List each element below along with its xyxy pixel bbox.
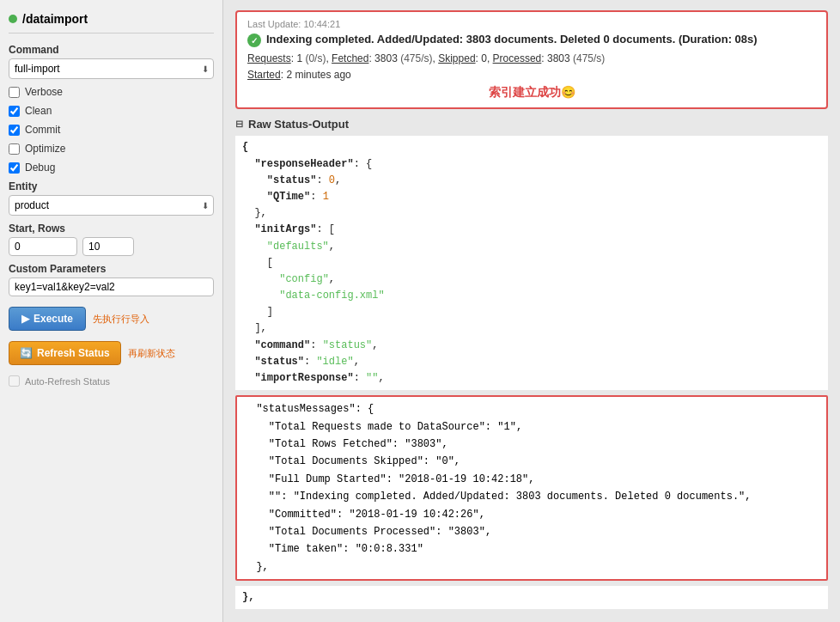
execute-icon: ▶ [21, 313, 29, 325]
collapse-icon: ⊟ [235, 119, 243, 130]
refresh-icon: 🔄 [20, 347, 33, 359]
fetched-value: 3803 [374, 52, 398, 64]
status-box: Last Update: 10:44:21 Indexing completed… [235, 10, 828, 109]
start-rows-inputs [9, 237, 214, 256]
auto-refresh-label: Auto-Refresh Status [25, 376, 110, 387]
rows-input[interactable] [82, 237, 134, 256]
custom-params-input[interactable] [9, 277, 214, 296]
auto-refresh-row: Auto-Refresh Status [9, 375, 214, 387]
index-success-msg: 索引建立成功😊 [247, 85, 816, 101]
execute-hint: 先执行行导入 [93, 313, 149, 326]
code-block-before: { "responseHeader": { "status": 0, "QTim… [235, 136, 828, 390]
skipped-label: Skipped [438, 52, 475, 64]
optimize-checkbox[interactable] [9, 143, 20, 155]
status-messages-box: "statusMessages": { "Total Requests made… [235, 395, 828, 581]
raw-output-label: Raw Status-Output [248, 118, 349, 131]
debug-label: Debug [25, 162, 55, 174]
entity-select-wrapper: product ⬇ [9, 195, 214, 216]
started-line: Started: 2 minutes ago [247, 67, 816, 83]
verbose-checkbox-row[interactable]: Verbose [9, 86, 214, 98]
debug-checkbox[interactable] [9, 162, 20, 174]
refresh-button[interactable]: 🔄 Refresh Status [9, 341, 121, 365]
optimize-checkbox-row[interactable]: Optimize [9, 143, 214, 155]
last-update-time: 10:44:21 [303, 19, 340, 29]
auto-refresh-checkbox[interactable] [9, 375, 20, 387]
last-update-label: Last Update: [247, 19, 301, 29]
code-block-after: }, [235, 586, 828, 609]
command-section: Command full-import delta-import status … [9, 44, 214, 79]
start-input[interactable] [9, 237, 77, 256]
clean-checkbox[interactable] [9, 106, 20, 117]
check-circle-icon [247, 34, 261, 47]
processed-rate: (475/s) [573, 52, 605, 64]
fetched-rate: (475/s) [400, 52, 432, 64]
custom-params-section: Custom Parameters [9, 263, 214, 296]
sidebar: /dataimport Command full-import delta-im… [0, 0, 223, 622]
raw-section: ⊟ Raw Status-Output { "responseHeader": … [235, 118, 828, 609]
requests-value: 1 [296, 52, 302, 64]
optimize-label: Optimize [25, 143, 65, 155]
commit-checkbox-row[interactable]: Commit [9, 124, 214, 136]
fetched-label: Fetched [332, 52, 368, 64]
processed-label: Processed [493, 52, 542, 64]
success-message: Indexing completed. Added/Updated: 3803 … [266, 33, 758, 46]
verbose-checkbox[interactable] [9, 87, 20, 98]
raw-header[interactable]: ⊟ Raw Status-Output [235, 118, 828, 131]
skipped-value: 0 [481, 52, 487, 64]
entity-label: Entity [9, 180, 214, 192]
sidebar-title-text: /dataimport [22, 12, 88, 26]
custom-params-label: Custom Parameters [9, 263, 214, 275]
requests-rate: (0/s) [305, 52, 326, 64]
refresh-row: 🔄 Refresh Status 再刷新状态 [9, 341, 214, 365]
main-content: Last Update: 10:44:21 Indexing completed… [223, 0, 840, 622]
clean-checkbox-row[interactable]: Clean [9, 105, 214, 117]
command-select[interactable]: full-import delta-import status reload-c… [9, 58, 214, 79]
verbose-label: Verbose [25, 86, 63, 98]
commit-checkbox[interactable] [9, 125, 20, 136]
execute-row: ▶ Execute 先执行行导入 [9, 307, 214, 331]
clean-label: Clean [25, 105, 52, 117]
refresh-hint: 再刷新状态 [128, 347, 175, 360]
execute-button[interactable]: ▶ Execute [9, 307, 86, 331]
commit-label: Commit [25, 124, 60, 136]
requests-label: Requests [247, 52, 291, 64]
start-rows-section: Start, Rows [9, 223, 214, 256]
status-details: Requests: 1 (0/s), Fetched: 3803 (475/s)… [247, 51, 816, 67]
entity-select[interactable]: product [9, 195, 214, 216]
success-line: Indexing completed. Added/Updated: 3803 … [247, 33, 816, 47]
command-select-wrapper: full-import delta-import status reload-c… [9, 58, 214, 79]
sidebar-title: /dataimport [9, 9, 214, 34]
entity-section: Entity product ⬇ [9, 180, 214, 216]
started-value: 2 minutes ago [286, 69, 350, 81]
execute-label: Execute [33, 313, 73, 325]
refresh-label: Refresh Status [37, 347, 110, 359]
debug-checkbox-row[interactable]: Debug [9, 162, 214, 174]
started-label: Started [247, 69, 281, 81]
command-label: Command [9, 44, 214, 56]
processed-value: 3803 [547, 52, 570, 64]
start-rows-label: Start, Rows [9, 223, 214, 235]
last-update: Last Update: 10:44:21 [247, 19, 816, 29]
status-dot [9, 15, 17, 23]
